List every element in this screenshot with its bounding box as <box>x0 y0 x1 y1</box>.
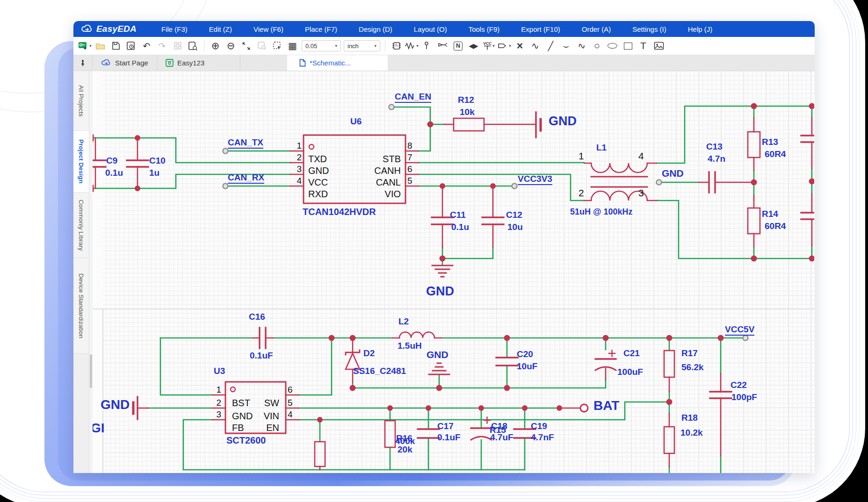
component-r16[interactable] <box>315 442 325 470</box>
label-r18-value[interactable]: 10.2k <box>680 428 703 438</box>
label-c12-value[interactable]: 10u <box>507 222 523 232</box>
net-label-can-tx[interactable]: CAN_TX <box>228 137 263 149</box>
component-l1[interactable] <box>584 163 657 201</box>
component-r15[interactable] <box>385 421 395 447</box>
easyeda-logo[interactable]: EasyEDA <box>73 24 151 34</box>
label-r14-ref[interactable]: R14 <box>762 209 778 219</box>
net-label-can-rx[interactable]: CAN_RX <box>228 172 264 184</box>
label-r12-value[interactable]: 10k <box>460 108 475 117</box>
component-c22[interactable] <box>710 374 731 456</box>
label-c19-value[interactable]: 4.7nF <box>531 433 554 443</box>
menu-design[interactable]: Design (D) <box>348 22 403 36</box>
label-r15-value[interactable]: 400k <box>395 437 415 446</box>
label-c18-value[interactable]: 4.7uF <box>490 433 514 443</box>
grid-settings-icon[interactable]: ▦ <box>285 39 300 53</box>
label-l1-ref[interactable]: L1 <box>596 143 607 153</box>
label-r12-ref[interactable]: R12 <box>458 95 474 105</box>
net-label-vcc3v3[interactable]: VCC3V3 <box>518 174 552 185</box>
label-r14-value[interactable]: 60R4 <box>765 222 786 231</box>
label-u3-ref[interactable]: U3 <box>214 366 225 376</box>
save-icon[interactable] <box>108 39 123 53</box>
label-r13-ref[interactable]: R13 <box>762 137 778 147</box>
select-area-icon[interactable] <box>269 39 285 53</box>
sidebar-tab-project-design[interactable]: Project Design <box>73 131 89 193</box>
label-r17-ref[interactable]: R17 <box>681 349 698 359</box>
image-icon[interactable] <box>651 39 666 53</box>
tab-easy123[interactable]: Easy123 <box>157 55 240 71</box>
label-c19-ref[interactable]: C19 <box>531 422 547 431</box>
unit-select[interactable]: inch ▾ <box>344 40 380 51</box>
label-c22-value[interactable]: 100pF <box>731 393 757 402</box>
redo-icon[interactable]: ↷ <box>154 39 170 53</box>
gnd-flag-r12[interactable] <box>536 112 541 137</box>
component-r12[interactable] <box>444 118 535 131</box>
menu-edit[interactable]: Edit (Z) <box>198 22 243 36</box>
net-label-can-en[interactable]: CAN_EN <box>395 92 431 103</box>
schematic-canvas[interactable]: C9 0.1u C10 1u CAN_TX CAN_RX CAN_EN U6 T… <box>93 71 815 473</box>
label-c20-value[interactable]: 10uF <box>517 362 537 372</box>
label-u6-part[interactable]: TCAN1042HVDR <box>303 207 376 217</box>
gnd-earth-c11[interactable] <box>432 265 453 277</box>
gnd-flag-u3[interactable] <box>133 397 148 419</box>
sidebar-tab-commonly-library[interactable]: Commonly Library <box>73 193 89 258</box>
label-l2-value[interactable]: 1.5uH <box>398 341 422 351</box>
circle-icon[interactable]: ○ <box>589 39 605 53</box>
label-c16-value[interactable]: 0.1uF <box>250 351 273 361</box>
label-c9-ref[interactable]: C9 <box>106 156 117 166</box>
rect-icon[interactable] <box>620 39 636 53</box>
gnd-label-r12[interactable]: GND <box>549 115 577 128</box>
label-d2-part[interactable]: SS16_C2481 <box>353 366 406 376</box>
label-c13-value[interactable]: 4.7n <box>708 154 725 164</box>
component-c10[interactable] <box>127 138 148 188</box>
place-waveform-icon[interactable]: ▾ <box>404 39 420 53</box>
label-c10-ref[interactable]: C10 <box>149 156 166 166</box>
zoom-in-icon[interactable]: ⊕ <box>208 39 223 53</box>
new-project-icon[interactable]: ▾ <box>77 39 93 53</box>
label-c17-ref[interactable]: C17 <box>437 422 454 431</box>
zoom-area-icon[interactable] <box>254 39 269 53</box>
vcc-flag-icon[interactable]: VCC ▾ <box>481 39 497 53</box>
label-c21-value[interactable]: 100uF <box>617 367 643 377</box>
probe-icon[interactable] <box>420 39 435 53</box>
paste-icon[interactable] <box>185 39 201 53</box>
gnd-earth-l2[interactable] <box>429 363 449 374</box>
label-c10-value[interactable]: 1u <box>149 168 159 178</box>
zoom-out-icon[interactable]: ⊖ <box>223 39 239 53</box>
component-l2[interactable] <box>392 332 441 338</box>
menu-order[interactable]: Order (A) <box>571 22 622 36</box>
component-r14[interactable] <box>748 195 760 247</box>
component-c17[interactable] <box>418 429 439 438</box>
tab-start-page[interactable]: Start Page <box>92 55 157 71</box>
sidebar-tab-device-standardization[interactable]: Device Standardization <box>73 258 89 354</box>
gnd-label-clipped[interactable]: GI <box>93 422 105 435</box>
place-component-icon[interactable] <box>389 39 404 53</box>
no-connect-icon[interactable]: × <box>512 39 528 53</box>
component-cap-right-bottom[interactable] <box>801 194 814 245</box>
label-c21-ref[interactable]: C21 <box>623 349 640 359</box>
pin-sidebar-button[interactable] <box>73 55 92 71</box>
component-c9[interactable] <box>93 138 106 188</box>
menu-export[interactable]: Export (F10) <box>510 22 571 36</box>
arc-icon[interactable]: ⌣ <box>558 39 574 53</box>
component-c16[interactable] <box>253 328 273 348</box>
menu-view[interactable]: View (F6) <box>243 22 294 36</box>
bezier-icon[interactable]: ∿ <box>572 37 591 54</box>
copy-icon[interactable] <box>170 39 185 53</box>
bat-terminal[interactable] <box>559 404 588 412</box>
save-history-icon[interactable] <box>123 39 139 53</box>
component-c20[interactable] <box>496 358 518 366</box>
label-c20-ref[interactable]: C20 <box>517 350 533 359</box>
component-cap-right-top[interactable] <box>801 118 814 168</box>
label-r13-value[interactable]: 60R4 <box>765 150 786 159</box>
label-c11-value[interactable]: 0.1u <box>451 222 469 232</box>
text-icon[interactable]: T <box>636 39 651 53</box>
label-l1-value[interactable]: 51uH @ 100kHz <box>570 208 633 217</box>
label-c17-value[interactable]: 0.1uF <box>437 433 461 443</box>
ellipse-icon[interactable] <box>605 39 620 53</box>
menu-place[interactable]: Place (F7) <box>294 22 348 36</box>
scrollbar-thumb[interactable] <box>90 354 92 388</box>
tab-schematic[interactable]: *Schematic... <box>287 55 388 71</box>
label-l2-ref[interactable]: L2 <box>398 317 409 327</box>
component-c12[interactable] <box>482 186 504 248</box>
label-r17-value[interactable]: 56.2k <box>681 363 704 373</box>
